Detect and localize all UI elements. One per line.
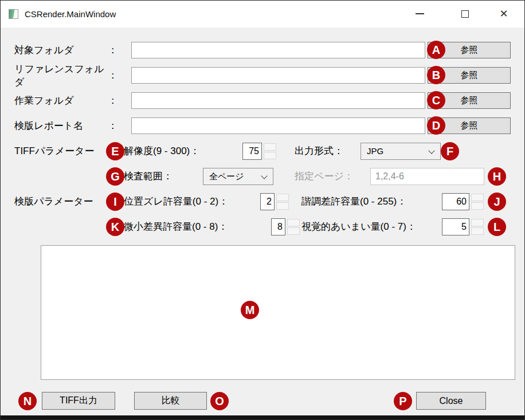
log-area[interactable] xyxy=(41,245,515,380)
tone-tolerance-label: 諧調差許容量(0 - 255)： xyxy=(301,193,406,210)
annotation-badge-h: H xyxy=(488,167,506,186)
spinner-down-button[interactable] xyxy=(287,227,300,235)
output-format-select[interactable]: JPG xyxy=(361,143,441,160)
minimize-button[interactable] xyxy=(410,4,429,23)
folder-label-group: 検版レポート名 ： xyxy=(14,117,117,134)
annotation-badge-k: K xyxy=(106,218,124,236)
resolution-spinner-buttons xyxy=(264,143,276,160)
spinner-down-button[interactable] xyxy=(471,227,484,235)
report-name-input[interactable] xyxy=(131,117,425,134)
folder-label-group: リファレンスフォルダ ： xyxy=(14,67,117,84)
annotation-badge-n: N xyxy=(18,392,37,410)
folder-row: 検版レポート名 ： 参照 D xyxy=(1,117,525,135)
close-button[interactable]: ✕ xyxy=(494,4,514,23)
spinner-down-button[interactable] xyxy=(264,152,276,159)
tiff-param-row: G 検査範囲： 全ページ 指定ページ： H xyxy=(1,168,525,185)
minimize-icon xyxy=(416,13,424,14)
folder-label-group: 作業フォルダ ： xyxy=(14,92,117,109)
resolution-label: 解像度(9 - 300)： xyxy=(124,143,199,160)
folder-label-group: 対象フォルダ ： xyxy=(14,42,117,58)
annotation-badge-c: C xyxy=(427,91,445,109)
position-spinner-buttons xyxy=(276,193,289,210)
compare-button[interactable]: 比較 xyxy=(134,392,207,410)
resolution-spinner[interactable] xyxy=(242,143,262,160)
minor-diff-label: 微小差異許容量(0 - 8)： xyxy=(124,218,228,235)
annotation-badge-d: D xyxy=(427,116,445,135)
maximize-icon xyxy=(461,10,469,18)
tiff-param-row: TIFFパラメーター E 解像度(9 - 300)： 出力形式： JPG F xyxy=(1,143,525,160)
annotation-badge-b: B xyxy=(427,66,445,84)
scan-range-value: 全ページ xyxy=(209,171,244,181)
spinner-up-button[interactable] xyxy=(287,219,300,226)
annotation-badge-i: I xyxy=(106,193,124,211)
label-colon: ： xyxy=(108,69,117,82)
title-bar: CSRender.MainWindow ✕ xyxy=(1,1,524,28)
check-param-row: K 微小差異許容量(0 - 8)： 視覚的あいまい量(0 - 7)： L xyxy=(1,218,525,235)
page-spec-label: 指定ページ： xyxy=(295,168,354,185)
annotation-badge-a: A xyxy=(427,41,445,59)
annotation-badge-p: P xyxy=(394,392,412,410)
scan-range-label: 検査範囲： xyxy=(124,168,173,185)
label-colon: ： xyxy=(108,94,117,107)
close-action-button[interactable]: Close xyxy=(416,392,486,410)
window-title: CSRender.MainWindow xyxy=(25,1,116,28)
app-window: CSRender.MainWindow ✕ 対象フォルダ ： 参照 A リファレ… xyxy=(0,0,525,420)
annotation-badge-e: E xyxy=(106,142,124,160)
spinner-down-button[interactable] xyxy=(276,202,289,210)
spinner-up-button[interactable] xyxy=(276,194,289,201)
section-label-kenpan: 検版パラメーター xyxy=(14,193,93,210)
target-folder-input[interactable] xyxy=(131,42,425,58)
output-format-label: 出力形式： xyxy=(295,143,343,160)
annotation-badge-f: F xyxy=(441,142,459,160)
annotation-badge-g: G xyxy=(106,167,124,186)
folder-row: リファレンスフォルダ ： 参照 B xyxy=(1,67,525,84)
output-format-value: JPG xyxy=(367,146,383,156)
section-label-tiff: TIFFパラメーター xyxy=(14,143,94,160)
annotation-badge-o: O xyxy=(210,392,229,410)
label-colon: ： xyxy=(108,44,117,57)
tone-spinner-buttons xyxy=(471,193,484,210)
visual-ambiguity-spinner[interactable] xyxy=(442,218,469,235)
folder-label: リファレンスフォルダ xyxy=(14,62,108,89)
label-colon: ： xyxy=(108,119,117,132)
folder-label: 対象フォルダ xyxy=(14,44,74,57)
visual-ambiguity-label: 視覚的あいまい量(0 - 7)： xyxy=(301,218,416,235)
app-icon xyxy=(9,9,18,19)
chevron-down-icon xyxy=(428,147,434,154)
spinner-up-button[interactable] xyxy=(264,143,276,151)
reference-folder-input[interactable] xyxy=(131,67,425,84)
annotation-badge-m: M xyxy=(241,301,259,319)
position-tolerance-label: 位置ズレ許容量(0 - 2)： xyxy=(124,193,228,210)
tone-tolerance-spinner[interactable] xyxy=(442,193,469,210)
maximize-button[interactable] xyxy=(455,4,475,23)
annotation-badge-l: L xyxy=(488,218,506,236)
folder-row: 対象フォルダ ： 参照 A xyxy=(1,42,525,59)
check-param-row: 検版パラメーター I 位置ズレ許容量(0 - 2)： 諧調差許容量(0 - 25… xyxy=(1,193,525,210)
minor-diff-spinner[interactable] xyxy=(271,218,285,235)
folder-label: 作業フォルダ xyxy=(14,94,74,107)
spinner-up-button[interactable] xyxy=(471,219,484,226)
chevron-down-icon xyxy=(261,172,267,179)
visual-spinner-buttons xyxy=(471,218,484,235)
spinner-down-button[interactable] xyxy=(471,202,484,210)
minor-spinner-buttons xyxy=(287,218,300,235)
scan-range-select[interactable]: 全ページ xyxy=(203,168,273,185)
folder-label: 検版レポート名 xyxy=(14,119,83,132)
bottom-strip xyxy=(1,415,524,420)
tiff-output-button[interactable]: TIFF出力 xyxy=(42,392,115,410)
spinner-up-button[interactable] xyxy=(471,194,484,201)
close-icon: ✕ xyxy=(499,9,508,19)
folder-row: 作業フォルダ ： 参照 C xyxy=(1,92,525,109)
page-spec-input[interactable] xyxy=(370,168,484,185)
annotation-badge-j: J xyxy=(488,193,506,211)
position-tolerance-spinner[interactable] xyxy=(260,193,275,210)
work-folder-input[interactable] xyxy=(131,92,425,109)
